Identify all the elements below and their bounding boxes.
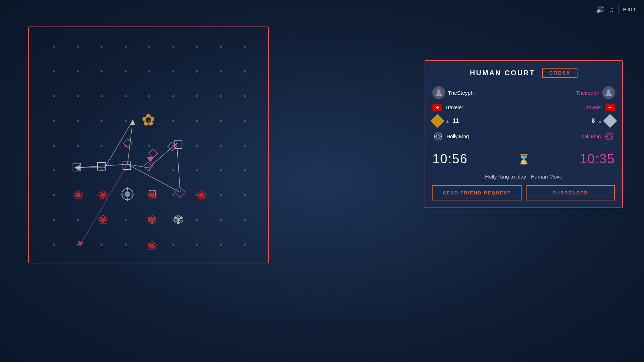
- right-score: 8: [592, 118, 595, 124]
- action-buttons: SEND FRIEND REQUEST SURRENDER: [432, 185, 615, 200]
- right-triangle-icon: ▲: [598, 118, 602, 124]
- svg-point-39: [437, 89, 441, 93]
- right-king-row: Oak King: [580, 131, 615, 142]
- left-player-name: TheSteyph: [448, 90, 474, 96]
- svg-text:❀: ❀: [73, 188, 84, 202]
- right-gem-icon: [603, 114, 617, 128]
- court-title: HUMAN COURT: [470, 69, 535, 77]
- sound-icon[interactable]: 🔊: [596, 5, 605, 14]
- hourglass-icon: ⌛: [518, 153, 530, 165]
- svg-point-33: [125, 191, 130, 197]
- left-player-name-row: TheSteyph: [432, 86, 521, 99]
- right-panel: HUMAN COURT CODEX TheSteyph Traveler ▲: [425, 60, 623, 208]
- svg-marker-10: [74, 165, 80, 171]
- svg-text:❀: ❀: [98, 213, 108, 227]
- right-king-label: Oak King: [580, 134, 601, 139]
- svg-marker-22: [147, 157, 154, 162]
- svg-point-41: [436, 135, 440, 139]
- svg-text:❀: ❀: [147, 188, 157, 202]
- send-friend-request-button[interactable]: SEND FRIEND REQUEST: [432, 185, 522, 200]
- right-score-row: ▲ 8: [592, 116, 615, 126]
- music-icon[interactable]: ♫: [609, 6, 614, 14]
- right-traveler-label: Traveler: [584, 105, 602, 110]
- right-player-name: Theirsdan: [576, 90, 599, 96]
- left-score: 11: [453, 118, 459, 124]
- svg-rect-20: [168, 142, 177, 151]
- players-section: TheSteyph Traveler ▲ 11: [432, 86, 615, 142]
- svg-text:❀: ❀: [147, 239, 157, 253]
- player-right-col: Theirsdan Traveler ▲ 8: [527, 86, 615, 142]
- left-triangle-icon: ▲: [445, 118, 450, 124]
- svg-text:✿: ✿: [142, 111, 156, 129]
- left-score-row: ▲ 11: [432, 116, 521, 126]
- right-avatar: [602, 86, 615, 99]
- svg-line-6: [177, 143, 180, 192]
- left-flag-icon: [432, 104, 442, 111]
- svg-text:✾: ✾: [173, 213, 184, 227]
- player-left-col: TheSteyph Traveler ▲ 11: [432, 86, 521, 142]
- left-king-label: Holly King: [447, 134, 469, 139]
- left-avatar: [432, 86, 445, 99]
- right-player-name-row: Theirsdan: [576, 86, 615, 99]
- status-text: Holly King to play - Human Move: [432, 174, 615, 180]
- timer-section: 10:56 ⌛ 10:35: [432, 148, 615, 170]
- right-flag-icon: [605, 104, 615, 111]
- svg-marker-11: [130, 119, 135, 125]
- right-traveler-row: Traveler: [584, 104, 615, 111]
- svg-line-2: [127, 120, 133, 164]
- svg-rect-18: [144, 162, 153, 171]
- svg-point-46: [607, 89, 610, 93]
- svg-line-0: [105, 120, 133, 168]
- top-bar: 🔊 ♫ EXIT: [596, 5, 637, 14]
- surrender-button[interactable]: SURRENDER: [526, 185, 615, 200]
- svg-line-8: [80, 164, 127, 245]
- svg-line-5: [149, 143, 177, 168]
- codex-button[interactable]: CODEX: [542, 68, 577, 78]
- svg-marker-9: [77, 241, 84, 247]
- top-divider: [619, 5, 619, 14]
- left-king-row: Holly King: [432, 131, 521, 142]
- panel-header: HUMAN COURT CODEX: [432, 68, 615, 78]
- left-traveler-label: Traveler: [445, 105, 463, 110]
- svg-text:❀: ❀: [196, 188, 207, 202]
- board-svg: ✿ ❀ ❀ ❀ ❀ ❀ ❀ ✾ ✾ ✿: [29, 27, 268, 263]
- left-traveler-row: Traveler: [432, 104, 521, 111]
- svg-text:❀: ❀: [98, 188, 108, 202]
- col-separator: [524, 86, 524, 142]
- exit-button[interactable]: EXIT: [623, 7, 637, 12]
- timer-right: 10:35: [580, 152, 615, 167]
- left-gem-icon: [430, 114, 444, 128]
- left-king-icon: [432, 131, 444, 142]
- game-board[interactable]: ✿ ❀ ❀ ❀ ❀ ❀ ❀ ✾ ✾ ✿: [28, 27, 269, 263]
- timer-left: 10:56: [432, 152, 468, 167]
- svg-point-48: [608, 135, 611, 139]
- svg-rect-19: [149, 149, 157, 158]
- right-king-icon: [604, 131, 615, 142]
- svg-text:✾: ✾: [147, 213, 157, 227]
- svg-rect-17: [123, 139, 132, 147]
- svg-line-3: [75, 164, 127, 168]
